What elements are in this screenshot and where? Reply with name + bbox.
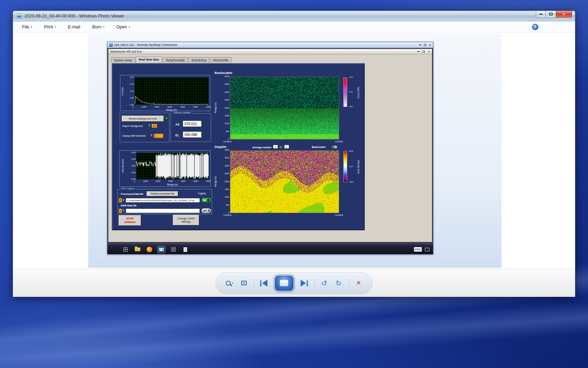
- tab-scheduling[interactable]: Scheduling: [188, 57, 209, 63]
- menu-print[interactable]: Print▾: [44, 25, 56, 29]
- delete-button[interactable]: ✕: [354, 278, 363, 288]
- photo-viewer-title: 2023-09-21_03-40-00.935 - Windows Photo …: [24, 14, 124, 19]
- raw-path-spinner[interactable]: [123, 209, 125, 212]
- raw-drive-badge: C: [119, 209, 122, 213]
- tab-wind-profile[interactable]: Wind profile: [210, 57, 232, 63]
- close-icon: ✕: [562, 12, 565, 16]
- ascope-ylabel: A-scope: [120, 77, 125, 105]
- app-close-icon[interactable]: ✕: [428, 50, 430, 53]
- photo-viewer-titlebar[interactable]: 2023-09-21_03-40-00.935 - Windows Photo …: [13, 11, 575, 21]
- magnifier-icon: [226, 281, 231, 286]
- notepad-icon[interactable]: [181, 246, 189, 253]
- minimize-button[interactable]: [536, 11, 546, 18]
- menu-burn[interactable]: Burn▾: [92, 25, 104, 29]
- renew-background-button[interactable]: Renew background now: [122, 116, 164, 122]
- on-label: ON: [203, 199, 206, 202]
- tick-label: 1500: [225, 188, 229, 190]
- background-led-icon: [165, 117, 168, 120]
- taskbar-icons: [121, 246, 189, 253]
- processed-logging-toggle[interactable]: ON: [201, 198, 211, 203]
- rdp-close-icon[interactable]: ✕: [429, 43, 431, 47]
- el-value-field[interactable]: 000.098: [183, 131, 202, 138]
- menu-file[interactable]: File▾: [22, 25, 32, 29]
- az-value-field[interactable]: 079.011: [183, 121, 202, 127]
- menu-email-label: E-mail: [68, 25, 80, 29]
- zoom-button[interactable]: ▾: [225, 278, 234, 288]
- app-restore-icon[interactable]: [422, 50, 425, 53]
- explorer-icon[interactable]: [133, 246, 142, 253]
- el-label: EL: [175, 134, 180, 137]
- app-title: StreamLine XR v14-6.vi: [110, 50, 142, 53]
- photo: 192.168.0.122 - Remote Desktop Connectio…: [88, 34, 502, 268]
- backscatter-xlabels: 1218010 1218509: [223, 141, 343, 143]
- velocity-group: Velocity (m/s) 5.002.500.00-2.50-5.00 01…: [119, 150, 211, 187]
- photo-content-area: 192.168.0.122 - Remote Desktop Connectio…: [13, 33, 575, 269]
- maximize-icon: [549, 13, 553, 15]
- raw-logging-toggle[interactable]: OFF: [201, 208, 211, 213]
- tick-label: 0: [134, 180, 135, 182]
- snr-spinner[interactable]: [151, 134, 153, 136]
- rdp-title: 192.168.0.122 - Remote Desktop Connectio…: [114, 43, 177, 47]
- active-app-icon[interactable]: [157, 246, 166, 253]
- tick-label: 1.10: [130, 90, 134, 92]
- tick-label: 3000: [225, 91, 229, 93]
- backscatter-x-end: 1218509: [335, 141, 343, 143]
- rdp-titlebar[interactable]: 192.168.0.122 - Remote Desktop Connectio…: [107, 42, 433, 48]
- desktop: 2023-09-21_03-40-00.935 - Windows Photo …: [0, 0, 588, 368]
- tick-label: 0: [228, 138, 229, 140]
- average-number-field[interactable]: 1: [273, 145, 278, 149]
- doppler-colorbar-label: Velocity (m/s): [356, 150, 360, 184]
- tick-label: 6000: [206, 180, 211, 182]
- backscatter-colorbar-ticks: -3.0-5.5-8.0: [349, 76, 357, 108]
- tick-label: 5.00: [131, 151, 135, 154]
- menu-open[interactable]: Open▾: [116, 25, 130, 29]
- rdp-maximize-icon[interactable]: [424, 44, 426, 46]
- processed-path-spinner[interactable]: [123, 199, 125, 201]
- grid-app-icon[interactable]: [169, 246, 177, 253]
- doppler-xlabels: 1218010 1218509: [223, 214, 343, 216]
- remote-taskbar: ENG: [107, 245, 433, 254]
- toolbar-divider: [254, 278, 254, 288]
- tab-system-setup[interactable]: System setup: [111, 57, 135, 63]
- rdp-window: 192.168.0.122 - Remote Desktop Connectio…: [107, 42, 433, 254]
- slideshow-button[interactable]: [275, 276, 293, 291]
- velocity-ylabel: Velocity (m/s): [120, 153, 125, 179]
- snr-threshold-field[interactable]: 1: [154, 134, 163, 138]
- average-total-field[interactable]: 1: [284, 145, 289, 149]
- tab-real-time-data[interactable]: Real time data: [136, 56, 162, 63]
- velocity-xlabel: Range (m): [136, 183, 209, 186]
- stop-software-button[interactable]: STOP software: [119, 215, 141, 226]
- firefox-icon[interactable]: [145, 246, 154, 253]
- app-window-controls: ✕: [417, 50, 430, 53]
- menu-file-label: File: [22, 25, 29, 29]
- tick-label: 2000: [225, 180, 229, 183]
- taskview-icon[interactable]: [121, 246, 130, 253]
- maximize-button[interactable]: [546, 11, 556, 18]
- rotate-ccw-button[interactable]: ↺: [320, 278, 329, 288]
- help-icon[interactable]: ?: [532, 24, 538, 30]
- tab-temp-humidity[interactable]: Temp/humidity: [162, 57, 188, 63]
- change-lidar-settings-button[interactable]: Change LiDAR Settings: [173, 215, 199, 225]
- rays-spinner[interactable]: [149, 124, 150, 127]
- display-tray-icon[interactable]: [425, 248, 429, 251]
- rotate-cw-button[interactable]: ↻: [334, 278, 343, 288]
- close-button[interactable]: ✕: [556, 11, 572, 18]
- next-button[interactable]: [300, 278, 309, 288]
- app-titlebar[interactable]: StreamLine XR v14-6.vi ✕: [108, 49, 432, 54]
- actual-size-button[interactable]: [239, 278, 248, 288]
- previous-button[interactable]: [259, 278, 268, 288]
- rays-in-background-field[interactable]: 10: [152, 124, 157, 128]
- menu-open-label: Open: [116, 25, 127, 29]
- backscatter-toggle[interactable]: [332, 145, 337, 149]
- app-minimize-icon[interactable]: [417, 51, 420, 52]
- tick-label: -3.0: [349, 76, 357, 78]
- restart-processed-file-button[interactable]: Restart processed file: [147, 191, 178, 196]
- az-label: AZ: [175, 123, 180, 126]
- menu-email[interactable]: E-mail: [68, 25, 80, 29]
- language-indicator[interactable]: ENG: [414, 247, 422, 252]
- tick-label: 2000: [156, 180, 160, 182]
- rdp-minimize-icon[interactable]: [419, 45, 421, 45]
- backscatter-heatmap: [230, 77, 339, 139]
- raw-path-field[interactable]: [126, 209, 200, 213]
- processed-path-field[interactable]: C:\Lidar\Data\Proc\2023\202309\20230921\…: [126, 198, 200, 203]
